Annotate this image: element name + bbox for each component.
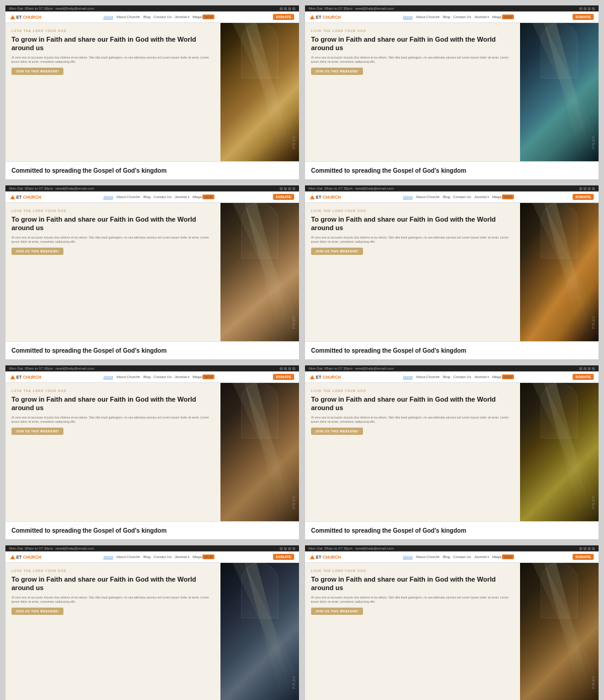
nav-home-6[interactable]: Home xyxy=(403,375,413,379)
nav-home-4[interactable]: Home xyxy=(403,195,413,199)
nav-links-2: Home About Church Blog Contact Us Joomla… xyxy=(347,14,570,19)
site-card-1: Mon-Sat: 08am to 07.30pm need@help@email… xyxy=(5,5,300,180)
section-below-2: Committed to spreading the Gospel of God… xyxy=(305,161,599,179)
nav-mega-1[interactable]: MegaNEW xyxy=(193,14,214,19)
nav-home-2[interactable]: Home xyxy=(403,15,413,19)
love-label-3: LOVE THE LORD YOUR GOD xyxy=(11,209,214,213)
join-btn-8[interactable]: JOIN US THIS WEEKEND! xyxy=(311,608,363,615)
nav-mega-2[interactable]: MegaNEW xyxy=(492,14,514,19)
join-btn-1[interactable]: JOIN US THIS WEEKEND! xyxy=(11,68,63,75)
nav-home-7[interactable]: Home xyxy=(103,555,113,559)
donate-btn-7[interactable]: DONATE xyxy=(273,554,294,560)
join-btn-4[interactable]: JOIN US THIS WEEKEND! xyxy=(311,248,363,255)
donate-btn-3[interactable]: DONATE xyxy=(273,194,294,200)
nav-joomla-3[interactable]: Joomla! xyxy=(175,195,190,199)
nav-joomla-6[interactable]: Joomla! xyxy=(474,375,489,379)
donate-btn-4[interactable]: DONATE xyxy=(573,194,594,200)
logo-5: ET CHURCH xyxy=(10,375,41,379)
nav-contact-8[interactable]: Contact Us xyxy=(453,555,471,559)
social-icon-1c xyxy=(288,7,291,10)
love-label-4: LOVE THE LORD YOUR GOD xyxy=(311,209,514,213)
hero-5: LOVE THE LORD YOUR GOD To grow in Faith … xyxy=(5,383,299,521)
nav-contact-4[interactable]: Contact Us xyxy=(453,195,471,199)
nav-blog-6[interactable]: Blog xyxy=(443,375,450,379)
topbar-3: Mon-Sat: 08am to 07.30pm need@help@email… xyxy=(5,185,299,191)
logo-6: ET CHURCH xyxy=(310,375,341,379)
hero-8: LOVE THE LORD YOUR GOD To grow in Faith … xyxy=(305,563,599,700)
nav-blog-8[interactable]: Blog xyxy=(443,555,450,559)
donate-btn-8[interactable]: DONATE xyxy=(573,554,594,560)
social-icon-3c xyxy=(288,187,291,190)
navbar-2: ET CHURCH Home About Church Blog Contact… xyxy=(305,11,599,23)
logo-et-8: ET xyxy=(316,555,321,559)
love-label-7: LOVE THE LORD YOUR GOD xyxy=(11,569,214,573)
light-beam-4b xyxy=(532,203,599,341)
nav-contact-6[interactable]: Contact Us xyxy=(453,375,471,379)
nav-mega-6[interactable]: MegaNEW xyxy=(492,374,514,379)
nav-mega-4[interactable]: MegaNEW xyxy=(492,194,514,199)
navbar-4: ET CHURCH Home About Church Blog Contact… xyxy=(305,191,599,203)
topbar-email-2: need@help@email.com xyxy=(355,7,394,10)
nav-joomla-8[interactable]: Joomla! xyxy=(474,555,489,559)
nav-blog-1[interactable]: Blog xyxy=(143,15,150,19)
nav-mega-3[interactable]: MegaNEW xyxy=(193,194,214,199)
hero-4: LOVE THE LORD YOUR GOD To grow in Faith … xyxy=(305,203,599,341)
hero-body-7: At vero eos et accusam et justo duo dolo… xyxy=(11,596,214,604)
nav-joomla-7[interactable]: Joomla! xyxy=(175,555,190,559)
donate-btn-6[interactable]: DONATE xyxy=(573,374,594,380)
nav-about-5[interactable]: About Church xyxy=(116,375,140,379)
nav-home-8[interactable]: Home xyxy=(403,555,413,559)
nav-home-3[interactable]: Home xyxy=(103,195,113,199)
nav-contact-5[interactable]: Contact Us xyxy=(153,375,172,379)
topbar-6: Mon-Sat: 08am to 07.30pm need@help@email… xyxy=(305,365,599,371)
nav-joomla-1[interactable]: Joomla! xyxy=(175,15,190,19)
nav-mega-8[interactable]: MegaNEW xyxy=(492,554,514,559)
light-beam-7b xyxy=(233,563,299,700)
nav-contact-1[interactable]: Contact Us xyxy=(153,15,172,19)
nav-joomla-2[interactable]: Joomla! xyxy=(474,15,489,19)
hero-body-3: At vero eos et accusam et justo duo dolo… xyxy=(11,236,214,244)
donate-btn-1[interactable]: DONATE xyxy=(273,14,294,20)
topbar-hours-5: Mon-Sat: 08am to 07.30pm xyxy=(9,367,53,370)
join-btn-3[interactable]: JOIN US THIS WEEKEND! xyxy=(11,248,63,255)
nav-mega-5[interactable]: MegaNEW xyxy=(193,374,214,379)
join-btn-2[interactable]: JOIN US THIS WEEKEND! xyxy=(311,68,363,75)
nav-home-1[interactable]: Home xyxy=(103,15,113,19)
site-card-8: Mon-Sat: 08am to 07.30pm need@help@email… xyxy=(304,545,599,700)
nav-blog-4[interactable]: Blog xyxy=(443,195,450,199)
topbar-social-2 xyxy=(579,7,595,10)
nav-contact-2[interactable]: Contact Us xyxy=(453,15,471,19)
join-btn-7[interactable]: JOIN US THIS WEEKEND! xyxy=(11,608,63,615)
nav-contact-3[interactable]: Contact Us xyxy=(153,195,172,199)
hero-text-4: LOVE THE LORD YOUR GOD To grow in Faith … xyxy=(305,203,520,341)
topbar-left-2: Mon-Sat: 08am to 07.30pm need@help@email… xyxy=(309,7,394,10)
nav-about-1[interactable]: About Church xyxy=(116,15,140,19)
nav-about-7[interactable]: About Church xyxy=(116,555,140,559)
hero-image-5 xyxy=(220,383,299,521)
nav-joomla-4[interactable]: Joomla! xyxy=(474,195,489,199)
nav-about-8[interactable]: About Church xyxy=(416,555,440,559)
topbar-5: Mon-Sat: 08am to 07.30pm need@help@email… xyxy=(5,365,299,371)
nav-about-4[interactable]: About Church xyxy=(416,195,440,199)
social-icon-7c xyxy=(288,547,291,550)
site-card-5: Mon-Sat: 08am to 07.30pm need@help@email… xyxy=(5,365,300,540)
join-btn-6[interactable]: JOIN US THIS WEEKEND! xyxy=(311,428,363,435)
logo-church-7: CHURCH xyxy=(23,555,41,559)
nav-blog-5[interactable]: Blog xyxy=(143,375,150,379)
nav-blog-7[interactable]: Blog xyxy=(143,555,150,559)
nav-home-5[interactable]: Home xyxy=(103,375,113,379)
nav-about-2[interactable]: About Church xyxy=(416,15,440,19)
donate-btn-5[interactable]: DONATE xyxy=(273,374,294,380)
nav-contact-7[interactable]: Contact Us xyxy=(153,555,172,559)
nav-joomla-5[interactable]: Joomla! xyxy=(175,375,190,379)
topbar-email-3: need@help@email.com xyxy=(56,187,94,190)
donate-btn-2[interactable]: DONATE xyxy=(573,14,594,20)
join-btn-5[interactable]: JOIN US THIS WEEKEND! xyxy=(11,428,63,435)
nav-blog-3[interactable]: Blog xyxy=(143,195,150,199)
nav-mega-7[interactable]: MegaNEW xyxy=(193,554,214,559)
nav-about-6[interactable]: About Church xyxy=(416,375,440,379)
nav-blog-2[interactable]: Blog xyxy=(443,15,450,19)
social-icon-4c xyxy=(588,187,591,190)
nav-links-8: Home About Church Blog Contact Us Joomla… xyxy=(347,554,570,559)
nav-about-3[interactable]: About Church xyxy=(116,195,140,199)
